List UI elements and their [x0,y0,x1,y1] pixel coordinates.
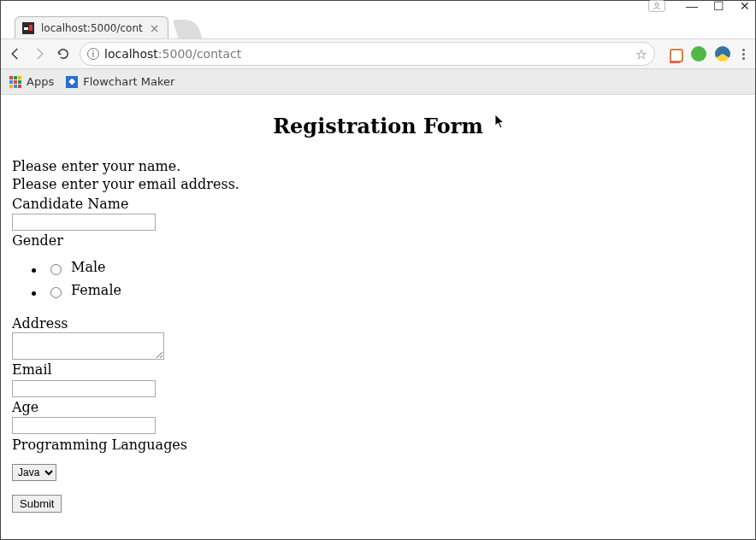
tab-title: localhost:5000/cont [41,22,143,34]
browser-tab[interactable]: localhost:5000/cont × [15,16,168,38]
gender-female-label: Female [71,282,121,300]
extension-icon[interactable] [667,46,682,62]
tab-favicon-icon [22,22,34,34]
bookmarks-bar: Apps Flowchart Maker [1,69,755,95]
label-programming-languages: Programming Languages [12,437,744,455]
programming-language-select[interactable]: Java [12,464,56,481]
apps-grid-icon [9,76,21,88]
candidate-name-input[interactable] [12,214,156,231]
flash-message-email: Please enter your email address. [12,176,744,194]
browser-menu-button[interactable] [739,49,748,60]
address-textarea[interactable] [12,332,164,360]
window-close-button[interactable]: ✕ [740,0,750,13]
email-input[interactable] [12,380,156,397]
svg-point-0 [655,3,659,6]
list-item: Male [46,259,744,279]
forward-button[interactable] [32,46,47,62]
gender-male-label: Male [71,259,106,277]
age-input[interactable] [12,417,156,434]
page-heading: Registration Form [12,113,744,139]
back-button[interactable] [8,46,23,62]
label-address: Address [12,315,744,333]
user-badge-icon [648,0,665,12]
list-item: Female [46,282,744,302]
apps-shortcut[interactable]: Apps [9,75,54,88]
flowchart-favicon-icon [66,76,78,88]
window-minimize-button[interactable]: — [686,0,698,13]
browser-toolbar: i localhost:5000/contact ☆ [1,38,755,69]
flash-message-name: Please enter your name. [12,158,744,176]
extension-python-icon[interactable] [715,46,730,62]
window-titlebar: — ☐ ✕ [1,1,755,13]
url-text: localhost:5000/contact [104,47,630,61]
label-age: Age [12,399,744,417]
extension-icon[interactable] [691,46,706,62]
submit-button[interactable]: Submit [12,495,62,513]
gender-male-radio[interactable] [50,264,62,275]
page-viewport: Registration Form Please enter your name… [2,96,754,538]
label-gender: Gender [12,232,744,250]
address-bar[interactable]: i localhost:5000/contact ☆ [80,42,655,66]
gender-female-radio[interactable] [50,287,62,298]
label-email: Email [12,361,744,379]
new-tab-button[interactable] [173,20,203,38]
page-body: Registration Form Please enter your name… [2,96,754,530]
extension-icons [664,46,748,62]
apps-label: Apps [27,75,54,88]
site-info-icon[interactable]: i [87,48,99,60]
bookmark-label: Flowchart Maker [83,75,174,88]
tab-close-icon[interactable]: × [150,21,160,35]
label-candidate-name: Candidate Name [12,196,744,214]
gender-option-list: Male Female [12,259,744,302]
tab-strip: localhost:5000/cont × [1,13,755,38]
bookmark-star-icon[interactable]: ☆ [635,46,647,62]
browser-window: — ☐ ✕ localhost:5000/cont × i localhost:… [0,0,756,540]
bookmark-flowchart-maker[interactable]: Flowchart Maker [66,75,174,88]
window-maximize-button[interactable]: ☐ [713,0,724,13]
reload-button[interactable] [56,46,71,62]
